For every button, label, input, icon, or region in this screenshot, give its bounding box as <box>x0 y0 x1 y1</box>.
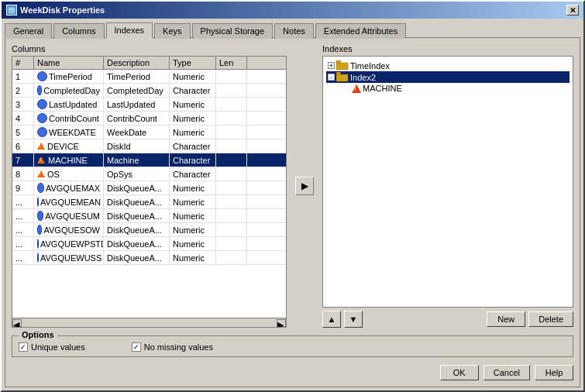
table-row[interactable]: ... AVGQUESUM DiskQueueA... Numeric <box>12 209 286 223</box>
tree-item-index2[interactable]: - Index2 <box>326 71 570 83</box>
table-row[interactable]: 6 DEVICE DiskId Character <box>12 139 286 153</box>
no-missing-values-label: No missing values <box>144 342 213 352</box>
table-row[interactable]: ... AVGQUESOW DiskQueueA... Numeric <box>12 223 286 237</box>
delete-button[interactable]: Delete <box>528 311 573 327</box>
close-button[interactable]: ✕ <box>566 5 579 15</box>
warning-icon <box>37 170 45 177</box>
table-row[interactable]: 5 WEEKDATE WeekDate Numeric <box>12 126 286 139</box>
index2-label: Index2 <box>350 73 376 82</box>
action-buttons: New Delete <box>487 311 573 327</box>
tree-expand-icon[interactable]: - <box>328 74 335 81</box>
col-header-num: # <box>12 57 34 69</box>
tabs-bar: General Columns Indexes Keys Physical St… <box>2 19 583 37</box>
cell-desc: DiskQueueA... <box>104 181 170 194</box>
warning-icon <box>37 143 45 150</box>
cell-name: TimePeriod <box>34 70 104 83</box>
cell-name: AVGQUESOW <box>34 223 104 236</box>
cell-num: 6 <box>12 139 34 153</box>
table-row[interactable]: 2 CompletedDay CompletedDay Character <box>12 84 286 98</box>
blue-circle-icon <box>37 211 43 221</box>
cell-num: 8 <box>12 167 34 181</box>
ok-button[interactable]: OK <box>440 365 479 380</box>
blue-circle-icon <box>37 183 44 193</box>
cell-type: Numeric <box>170 98 216 111</box>
tab-indexes[interactable]: Indexes <box>106 22 153 38</box>
blue-circle-icon <box>37 225 42 235</box>
table-row[interactable]: ... AVGQUEWPSTD DiskQueueA... Numeric <box>12 237 286 251</box>
table-row[interactable]: ... AVGQUEMEAN DiskQueueA... Numeric <box>12 195 286 209</box>
cell-type: Numeric <box>170 112 216 125</box>
svg-marker-4 <box>336 60 341 63</box>
cell-type: Numeric <box>170 126 216 139</box>
table-row[interactable]: 9 AVGQUEMAX DiskQueueA... Numeric <box>12 181 286 195</box>
nav-buttons: ▲ ▼ <box>322 311 363 328</box>
col-header-type: Type <box>170 57 216 69</box>
nav-down-button[interactable]: ▼ <box>344 311 363 328</box>
cancel-button[interactable]: Cancel <box>483 365 530 380</box>
folder-open-icon <box>336 72 349 82</box>
cell-num: 5 <box>12 126 34 139</box>
cell-len <box>216 84 247 97</box>
options-row: Unique values No missing values <box>19 336 566 352</box>
cell-desc: WeekDate <box>104 126 170 139</box>
help-button[interactable]: Help <box>535 365 573 380</box>
blue-circle-icon <box>37 71 47 81</box>
indexes-tree: + TimeIndex - <box>322 56 573 308</box>
blue-circle-icon <box>37 99 47 109</box>
tab-columns[interactable]: Columns <box>53 23 104 39</box>
title-bar-left: WeekDisk Properties <box>6 5 105 15</box>
tree-item-machine[interactable]: ! MACHINE <box>342 83 570 94</box>
cell-desc: DiskId <box>104 139 170 153</box>
warning-triangle-icon: ! <box>352 84 361 93</box>
table-row[interactable]: 8 OS OpSys Character <box>12 167 286 181</box>
options-section: Options Unique values No missing values <box>12 335 573 357</box>
tree-item-content: ! MACHINE <box>352 84 402 93</box>
tree-expand-icon[interactable]: + <box>328 62 335 69</box>
tab-extended-attributes[interactable]: Extended Attributes <box>315 23 406 39</box>
cell-len <box>216 70 247 83</box>
table-row[interactable]: 4 ContribCount ContribCount Numeric <box>12 112 286 126</box>
tab-physical-storage[interactable]: Physical Storage <box>192 23 274 39</box>
horizontal-scrollbar[interactable]: ◀ ▶ <box>12 318 286 327</box>
cell-desc: Machine <box>104 153 170 167</box>
cell-desc: DiskQueueA... <box>104 223 170 236</box>
indexes-label: Indexes <box>322 44 573 53</box>
no-missing-values-checkbox[interactable] <box>132 342 141 352</box>
blue-circle-icon <box>37 239 39 249</box>
cell-name: AVGQUEWUSS <box>34 251 104 264</box>
col-header-desc: Description <box>104 57 170 69</box>
tab-notes[interactable]: Notes <box>274 23 314 39</box>
scroll-left-btn[interactable]: ◀ <box>12 319 22 327</box>
new-button[interactable]: New <box>487 311 525 327</box>
tree-item-timeindex[interactable]: + TimeIndex <box>326 60 570 71</box>
cell-len <box>216 126 247 139</box>
cell-len <box>216 112 247 125</box>
transfer-button[interactable]: ▶ <box>295 177 314 195</box>
columns-label: Columns <box>12 44 287 53</box>
cell-name: OS <box>34 167 104 181</box>
folder-icon <box>336 60 349 70</box>
cell-len <box>216 223 247 236</box>
cell-num: ... <box>12 237 34 250</box>
cell-len <box>216 251 247 264</box>
cell-desc: OpSys <box>104 167 170 181</box>
table-row[interactable]: ... AVGQUEWUSS DiskQueueA... Numeric <box>12 251 286 265</box>
table-row[interactable]: 3 LastUpdated LastUpdated Numeric <box>12 98 286 112</box>
tree-item-content: TimeIndex <box>336 60 390 70</box>
scroll-right-btn[interactable]: ▶ <box>277 319 286 327</box>
cell-name: DEVICE <box>34 139 104 153</box>
tab-keys[interactable]: Keys <box>154 23 190 39</box>
app-icon <box>6 5 17 15</box>
cell-num: ... <box>12 209 34 222</box>
nav-up-button[interactable]: ▲ <box>322 311 341 328</box>
cell-desc: TimePeriod <box>104 70 170 83</box>
cell-type: Numeric <box>170 237 216 250</box>
cell-num: 4 <box>12 112 34 125</box>
table-row[interactable]: 7 ! MACHINE Machine Character <box>12 153 286 167</box>
table-row[interactable]: 1 TimePeriod TimePeriod Numeric <box>12 70 286 84</box>
unique-values-checkbox[interactable] <box>19 342 28 352</box>
svg-rect-3 <box>336 63 348 70</box>
cell-name: WEEKDATE <box>34 126 104 139</box>
cell-desc: DiskQueueA... <box>104 237 170 250</box>
tab-general[interactable]: General <box>5 23 52 39</box>
